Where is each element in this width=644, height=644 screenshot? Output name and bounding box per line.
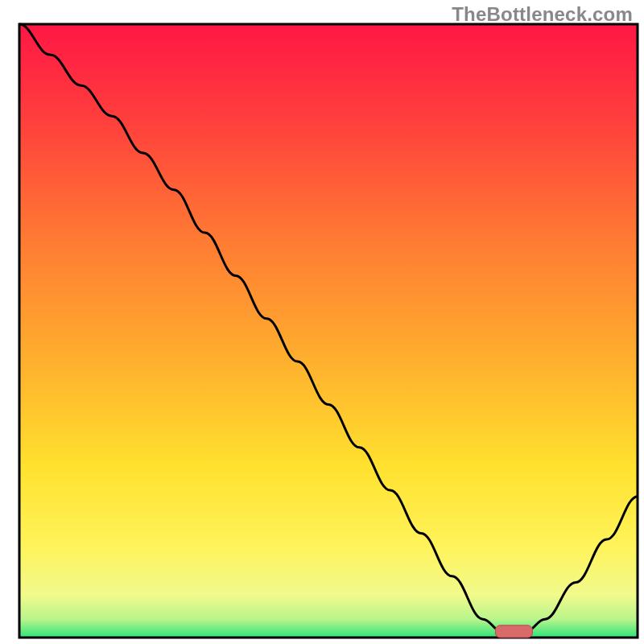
optimal-marker [495,625,532,638]
chart-container: TheBottleneck.com [0,0,644,644]
watermark-text: TheBottleneck.com [452,3,633,26]
bottleneck-chart [0,0,644,644]
